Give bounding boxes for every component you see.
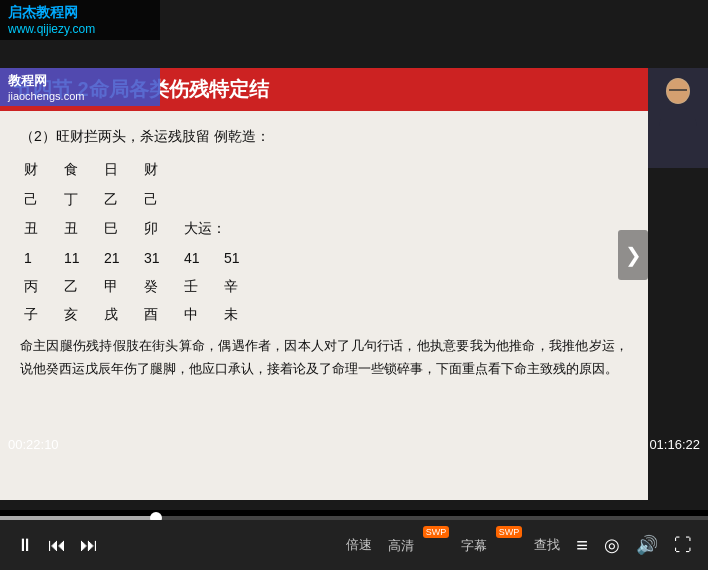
r3-3: 癸 (140, 274, 180, 300)
r2-1: 丑 (60, 216, 100, 242)
next-button[interactable]: ⏭ (76, 531, 102, 560)
table-row2: 丑 丑 巳 卯 大运： (20, 216, 628, 242)
numbers-row: 1 11 21 31 41 51 (20, 246, 628, 272)
header-3: 财 (140, 157, 180, 183)
r1-4 (180, 187, 260, 213)
num-2: 21 (100, 246, 140, 272)
table-row4: 子 亥 戌 酉 中 未 (20, 302, 628, 328)
r1-0: 己 (20, 187, 60, 213)
time-total: 01:16:22 (649, 437, 700, 452)
time-current: 00:22:10 (8, 437, 59, 452)
table-row1: 己 丁 乙 己 (20, 187, 628, 213)
search-label[interactable]: 查找 (530, 536, 564, 554)
subtitle-badge: SWP (496, 526, 523, 538)
header-2: 日 (100, 157, 140, 183)
slide-subtitle: （2）旺财拦两头，杀运残肢留 例乾造： (20, 125, 628, 149)
r4-5: 未 (220, 302, 260, 328)
eye-icon[interactable]: ◎ (600, 530, 624, 560)
watermark2-bar: 教程网 jiaochengs.com (0, 68, 160, 106)
r3-4: 壬 (180, 274, 220, 300)
chevron-right-icon: ❯ (625, 243, 642, 267)
slide-next-arrow[interactable]: ❯ (618, 230, 648, 280)
r4-1: 亥 (60, 302, 100, 328)
watermark-title: 启杰教程网 (8, 4, 152, 22)
num-5: 51 (220, 246, 260, 272)
r3-1: 乙 (60, 274, 100, 300)
r2-0: 丑 (20, 216, 60, 242)
header-4 (180, 157, 260, 183)
menu-icon[interactable]: ≡ (572, 530, 592, 561)
watermark2-title: 教程网 (8, 72, 152, 90)
volume-icon[interactable]: 🔊 (632, 530, 662, 560)
r2-2: 巳 (100, 216, 140, 242)
r2-4: 大运： (180, 216, 260, 242)
r1-1: 丁 (60, 187, 100, 213)
slide-content: 节四节 2命局各类伤残特定结 （2）旺财拦两头，杀运残肢留 例乾造： 财 食 日… (0, 68, 648, 500)
svg-point-1 (667, 79, 689, 103)
control-labels: 倍速 高清 SWP 字幕 SWP 查找 ≡ ◎ 🔊 ⛶ (342, 530, 696, 561)
fullscreen-icon[interactable]: ⛶ (670, 531, 696, 560)
watermark-url: www.qijiezy.com (8, 22, 152, 36)
control-bar: ⏸ ⏮ ⏭ 倍速 高清 SWP 字幕 SWP 查找 ≡ ◎ 🔊 ⛶ (0, 520, 708, 570)
presenter-silhouette (651, 71, 706, 166)
header-1: 食 (60, 157, 100, 183)
r1-3: 己 (140, 187, 180, 213)
quality-badge: SWP (423, 526, 450, 538)
r4-0: 子 (20, 302, 60, 328)
table-row3: 丙 乙 甲 癸 壬 辛 (20, 274, 628, 300)
num-0: 1 (20, 246, 60, 272)
table-headers: 财 食 日 财 (20, 157, 628, 183)
quality-group: 高清 SWP (384, 535, 449, 554)
speed-label[interactable]: 倍速 (342, 536, 376, 554)
r4-2: 戌 (100, 302, 140, 328)
slide-description: 命主因腿伤残持假肢在街头算命，偶遇作者，因本人对了几句行话，他执意要我为他推命，… (20, 334, 628, 381)
r3-5: 辛 (220, 274, 260, 300)
num-3: 31 (140, 246, 180, 272)
prev-button[interactable]: ⏮ (44, 531, 70, 560)
r2-3: 卯 (140, 216, 180, 242)
r3-2: 甲 (100, 274, 140, 300)
num-1: 11 (60, 246, 100, 272)
subtitle-label[interactable]: 字幕 (457, 538, 491, 553)
slide-body: （2）旺财拦两头，杀运残肢留 例乾造： 财 食 日 财 己 丁 乙 己 丑 丑 (0, 111, 648, 394)
r4-4: 中 (180, 302, 220, 328)
num-4: 41 (180, 246, 220, 272)
presenter-camera (648, 68, 708, 168)
r3-0: 丙 (20, 274, 60, 300)
play-pause-button[interactable]: ⏸ (12, 531, 38, 560)
watermark-bar: 启杰教程网 www.qijiezy.com (0, 0, 160, 40)
r1-2: 乙 (100, 187, 140, 213)
watermark2-url: jiaochengs.com (8, 90, 152, 102)
header-0: 财 (20, 157, 60, 183)
r4-3: 酉 (140, 302, 180, 328)
subtitle-group: 字幕 SWP (457, 535, 522, 554)
quality-label[interactable]: 高清 (384, 538, 418, 553)
